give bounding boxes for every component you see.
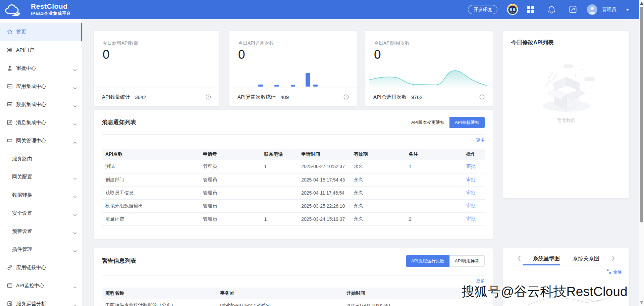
tab-api-flow-failed[interactable]: API流程运行失败 — [406, 255, 449, 267]
chevron-right-icon[interactable]: ❯ — [611, 255, 615, 261]
tab-api-version-change[interactable]: API版本变更通知 — [406, 117, 449, 128]
chevron-down-icon — [73, 175, 77, 181]
approve-link[interactable]: 审批 — [466, 216, 476, 221]
cell-api-name: 流量计费 — [102, 212, 200, 225]
col-header: API名称 — [102, 149, 200, 160]
col-header: 申请者 — [200, 149, 261, 160]
cell-api-name: 获取员工信息 — [102, 186, 200, 199]
active-tab-underline — [523, 264, 560, 265]
sidebar-item-app-link-center[interactable]: 应用链接中心 — [0, 258, 82, 276]
scroll-up-arrow-icon[interactable] — [640, 2, 643, 5]
col-header: 有效期 — [350, 149, 405, 160]
stat-card-value: 0 — [238, 48, 245, 62]
chevron-down-icon[interactable] — [626, 9, 629, 11]
share-icon[interactable] — [569, 6, 577, 14]
page-scrollbar[interactable] — [639, 0, 644, 306]
approve-link[interactable]: 审批 — [466, 203, 476, 208]
tab-system-relation-graph[interactable]: 系统关系图 — [573, 255, 599, 262]
sidebar-item-data-integration[interactable]: 数据集成中心 — [0, 95, 82, 113]
sidebar-item-api-portal[interactable]: API门户 — [0, 41, 82, 59]
sidebar-item-label: 应用链接中心 — [16, 264, 46, 271]
portal-icon — [7, 47, 13, 53]
info-circle-icon[interactable] — [479, 94, 485, 100]
col-header: 事务id — [217, 288, 343, 299]
chevron-down-icon — [73, 67, 77, 72]
message-table: API名称 申请者 联系电话 申请时间 有效期 备注 操作 测试 管理员 1 2… — [102, 149, 485, 226]
stat-card-title: 今日API异常次数 — [238, 40, 274, 46]
cell-applicant: 管理员 — [200, 173, 261, 186]
sidebar-item-api-monitor-center[interactable]: API监控中心 — [0, 276, 82, 295]
stat-card-value: 0 — [374, 48, 381, 62]
more-link[interactable]: 更多 — [476, 137, 485, 143]
cell-note — [406, 186, 463, 199]
tab-system-star-graph[interactable]: 系统星型图 — [533, 255, 560, 262]
sidebar-item-gateway-center[interactable]: 网关管理中心 — [0, 132, 82, 150]
sidebar-item-home[interactable]: 首页 — [0, 23, 82, 41]
table-row: 测试 管理员 1 2025-06-27 10:52:37 永久 1 审批 — [102, 160, 485, 173]
scrollbar-thumb[interactable] — [640, 7, 643, 222]
data-integration-icon — [7, 101, 13, 107]
cell-api-name: 模拟分组数据输出 — [102, 199, 200, 212]
tab-api-review-notice[interactable]: API审核通知 — [449, 117, 485, 128]
system-graph-panel: ❮ 系统星型图 系统关系图 ❯ 全屏 YJ walmart 网关认证(华师大) — [503, 248, 629, 306]
sidebar-item-service-route[interactable]: 服务路由 — [0, 150, 82, 168]
table-row: 模拟分组数据输出 管理员 2025-03-25 22:26:10 永久 审批 — [102, 199, 485, 212]
tab-api-call-error[interactable]: API调用异常 — [449, 255, 485, 267]
sidebar-item-app-integration[interactable]: API 应用集成中心 — [0, 77, 82, 95]
sidebar-item-security-settings[interactable]: 安全设置 — [0, 204, 82, 222]
footer-value: 3642 — [135, 94, 146, 100]
cell-api-name: 测试 — [102, 160, 200, 173]
sidebar-item-message-integration[interactable]: 消息集成中心 — [0, 113, 82, 132]
stat-card-value: 0 — [103, 48, 110, 62]
scroll-down-arrow-icon[interactable] — [640, 301, 643, 304]
info-circle-icon[interactable] — [206, 94, 211, 100]
sidebar-item-gateway-config[interactable]: 网关配置 — [0, 168, 82, 186]
graph-edges — [503, 282, 629, 306]
area-trend-chart — [369, 66, 488, 89]
approve-link[interactable]: 审批 — [466, 190, 476, 195]
chevron-up-icon — [73, 139, 77, 145]
cell-applicant: 管理员 — [200, 160, 261, 173]
analysis-icon — [7, 301, 13, 306]
chevron-down-icon — [73, 284, 77, 290]
sidebar-item-alert-settings[interactable]: 预警设置 — [0, 222, 82, 240]
table-row: 电商特供企业统计数据源（分页） 8d9bfc-9872-c475d4f2-1 2… — [102, 299, 485, 306]
sidebar-item-label: API门户 — [16, 47, 34, 53]
sidebar-item-plugin-management[interactable]: 插件管理 — [0, 240, 82, 258]
cell-phone — [261, 173, 298, 186]
col-header: 流程名称 — [102, 288, 217, 299]
apps-grid-icon[interactable] — [527, 6, 534, 14]
footer-label: API总调用次数 — [373, 94, 407, 100]
sidebar-item-approval-center[interactable]: 审批中心 — [0, 59, 82, 77]
more-link[interactable]: 更多 — [476, 278, 485, 284]
cell-validity: 永久 — [350, 160, 405, 173]
approve-link[interactable]: 审批 — [466, 177, 476, 182]
avatar[interactable] — [587, 4, 597, 15]
cloud-icon — [4, 3, 21, 18]
graph-tabs: 系统星型图 系统关系图 — [503, 253, 629, 264]
sidebar-item-service-analysis[interactable]: 服务运营分析 — [0, 295, 82, 306]
col-header: 联系电话 — [261, 149, 298, 160]
bell-icon[interactable] — [548, 5, 555, 15]
warning-table: 流程名称 事务id 开始时间 电商特供企业统计数据源（分页） 8d9bfc-98… — [102, 288, 485, 306]
panel-title: 警告信息列表 — [102, 257, 136, 265]
cell-validity: 永久 — [350, 186, 405, 199]
env-badge[interactable]: 开发环境 — [468, 5, 497, 14]
brand-title: RestCloud — [31, 2, 71, 10]
svg-text:API: API — [8, 86, 11, 88]
cell-start-time: 2025-07-01 10:05:40 — [343, 299, 485, 306]
user-menu[interactable]: 管理员 — [602, 6, 616, 13]
sidebar-item-label: 安全设置 — [12, 210, 32, 216]
sidebar-item-data-transform[interactable]: 数据转换 — [0, 186, 82, 204]
sidebar-item-label: 网关配置 — [12, 174, 32, 180]
table-row: 流量计费 管理员 1 2025-03-24 15:19:37 永久 2 审批 — [102, 212, 485, 225]
mini-bar-chart — [258, 74, 349, 87]
chevron-down-icon — [73, 121, 77, 127]
info-circle-icon[interactable] — [343, 94, 349, 100]
approve-link[interactable]: 审批 — [466, 163, 476, 169]
fullscreen-button[interactable]: 全屏 — [607, 269, 622, 275]
footer-value: 9762 — [411, 94, 422, 100]
robot-assistant-icon[interactable] — [506, 3, 519, 17]
sidebar-nav: 首页 API门户 审批中心 API 应用集成中心 数据集成中心 消息集成中心 — [0, 19, 83, 306]
cell-applicant: 管理员 — [200, 199, 261, 212]
